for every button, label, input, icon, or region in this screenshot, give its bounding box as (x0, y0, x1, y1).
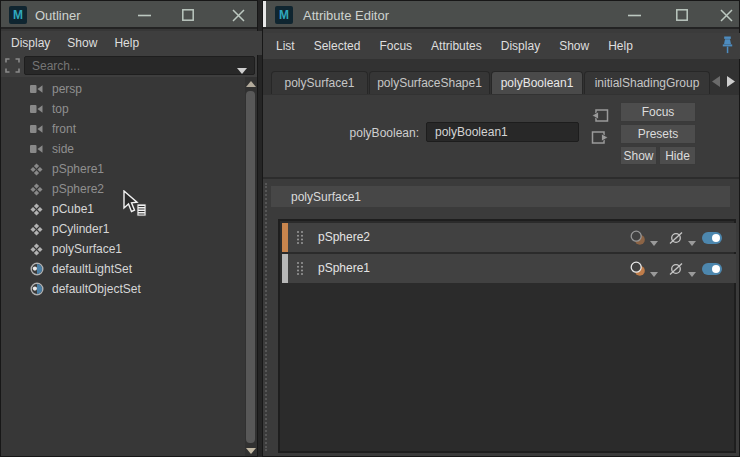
outliner-list: persp top front side pSphere1 pSphere2 p… (2, 77, 245, 456)
visibility-off-icon[interactable] (668, 262, 684, 279)
minimize-icon[interactable] (623, 4, 645, 26)
shader-ball-icon[interactable] (630, 230, 646, 249)
tab-scroll-left-icon[interactable] (712, 76, 720, 90)
outliner-item-front[interactable]: front (2, 119, 244, 139)
filter-icon[interactable] (5, 58, 20, 76)
search-input[interactable] (24, 56, 255, 75)
outliner-item-persp[interactable]: persp (2, 79, 244, 99)
mesh-icon (30, 163, 46, 176)
drag-item-badge (137, 204, 146, 216)
chevron-down-icon[interactable] (688, 235, 696, 249)
maya-workspace: M Outliner Display Show Help persp top f… (0, 0, 740, 457)
ae-menubar: List Selected Focus Attributes Display S… (263, 33, 740, 59)
outliner-scrollbar[interactable] (245, 77, 257, 456)
row-color-bar (282, 223, 288, 252)
menu-item-list[interactable]: List (276, 39, 295, 53)
window-edge-highlight (263, 1, 266, 27)
menu-item-focus[interactable]: Focus (379, 39, 412, 53)
search-dropdown-icon[interactable] (237, 63, 247, 77)
node-type-label: polyBoolean: (323, 126, 419, 140)
scrollbar-thumb[interactable] (246, 91, 255, 443)
copy-tab-out-icon[interactable] (591, 130, 609, 148)
row-color-bar (282, 254, 288, 283)
menu-item-show[interactable]: Show (559, 39, 589, 53)
chevron-down-icon[interactable] (650, 266, 658, 280)
mesh-icon (30, 183, 46, 196)
show-button[interactable]: Show (620, 146, 657, 165)
section-header-polysurface1[interactable]: polySurface1 (271, 186, 730, 207)
camera-icon (30, 104, 46, 114)
maximize-icon[interactable] (671, 4, 693, 26)
focus-button[interactable]: Focus (620, 102, 696, 122)
chevron-down-icon[interactable] (650, 235, 658, 249)
outliner-search-row (1, 55, 257, 77)
chevron-down-icon[interactable] (688, 266, 696, 280)
outliner-item-polysurface1[interactable]: polySurface1 (2, 239, 244, 259)
presets-button[interactable]: Presets (620, 124, 696, 144)
camera-icon (30, 124, 46, 134)
close-icon[interactable] (715, 4, 737, 26)
outliner-menubar: Display Show Help (1, 31, 267, 55)
menu-item-help[interactable]: Help (114, 36, 139, 50)
enable-toggle[interactable] (702, 232, 722, 244)
enable-toggle[interactable] (702, 263, 722, 275)
divider (263, 177, 739, 179)
drag-handle-icon[interactable] (296, 261, 304, 279)
close-icon[interactable] (227, 4, 249, 26)
panel-drag-handle[interactable] (265, 183, 267, 451)
menu-item-help[interactable]: Help (608, 39, 633, 53)
mesh-icon (30, 243, 46, 256)
boolean-inputs-container: pSphere2 pSphere1 (278, 219, 736, 453)
menu-item-show[interactable]: Show (67, 36, 97, 50)
outliner-item-top[interactable]: top (2, 99, 244, 119)
tab-polyboolean1[interactable]: polyBoolean1 (491, 71, 583, 94)
menu-item-display[interactable]: Display (11, 36, 50, 50)
camera-icon (30, 84, 46, 94)
scroll-down-icon[interactable] (246, 448, 256, 454)
outliner-item-psphere1[interactable]: pSphere1 (2, 159, 244, 179)
attribute-editor-titlebar[interactable]: M Attribute Editor (263, 1, 739, 29)
outliner-item-defaultobjectset[interactable]: defaultObjectSet (2, 279, 244, 299)
set-icon (30, 262, 46, 276)
ae-tab-strip: polySurface1 polySurfaceShape1 polyBoole… (263, 59, 739, 95)
outliner-titlebar[interactable]: M Outliner (1, 1, 257, 29)
outliner-item-defaultlightset[interactable]: defaultLightSet (2, 259, 244, 279)
hide-button[interactable]: Hide (659, 146, 696, 165)
mesh-icon (30, 223, 46, 236)
input-row-psphere2[interactable]: pSphere2 (282, 223, 736, 252)
tab-polysurface1[interactable]: polySurface1 (271, 71, 368, 94)
menu-item-display[interactable]: Display (501, 39, 540, 53)
minimize-icon[interactable] (133, 4, 155, 26)
attribute-editor-window-title: Attribute Editor (303, 8, 389, 23)
copy-tab-in-icon[interactable] (591, 108, 609, 126)
node-name-field[interactable] (426, 122, 579, 142)
mouse-cursor (122, 190, 152, 223)
set-icon (30, 282, 46, 296)
maximize-icon[interactable] (177, 4, 199, 26)
visibility-off-icon[interactable] (668, 231, 684, 248)
camera-icon (30, 144, 46, 154)
scroll-up-icon[interactable] (246, 81, 256, 87)
pin-icon[interactable] (721, 36, 734, 57)
maya-logo-icon: M (275, 6, 293, 24)
outliner-item-side[interactable]: side (2, 139, 244, 159)
shader-ball-icon[interactable] (630, 261, 646, 280)
attribute-editor-window: M Attribute Editor List Selected Focus A… (262, 0, 740, 457)
outliner-window-title: Outliner (35, 8, 81, 23)
mesh-icon (30, 203, 46, 216)
menu-item-attributes[interactable]: Attributes (431, 39, 482, 53)
input-row-psphere1[interactable]: pSphere1 (282, 254, 736, 283)
tab-initialshadinggroup[interactable]: initialShadingGroup (584, 71, 710, 94)
drag-handle-icon[interactable] (296, 230, 304, 248)
maya-logo-icon: M (9, 6, 27, 24)
tab-polysurfaceshape1[interactable]: polySurfaceShape1 (369, 71, 490, 94)
menu-item-selected[interactable]: Selected (314, 39, 361, 53)
outliner-window: M Outliner Display Show Help persp top f… (0, 0, 258, 457)
tab-scroll-right-icon[interactable] (727, 76, 735, 90)
